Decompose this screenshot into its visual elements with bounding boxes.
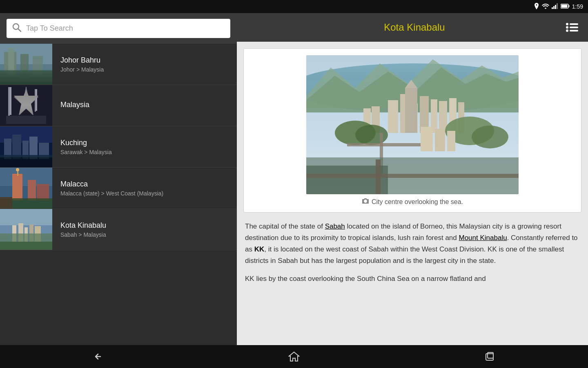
list-item-subtitle-malacca: Malacca (state) > West Coast (Malaysia) <box>60 190 229 197</box>
svg-rect-34 <box>12 174 22 200</box>
list-item-name-malacca: Malacca <box>60 180 229 188</box>
mount-kinabalu-link[interactable]: Mount Kinabalu <box>459 234 507 242</box>
status-time: 1:59 <box>572 3 583 10</box>
svg-rect-81 <box>447 131 455 151</box>
svg-point-36 <box>16 168 19 171</box>
svg-point-52 <box>566 26 568 29</box>
svg-rect-5 <box>568 5 569 7</box>
search-placeholder: Tap To Search <box>26 24 73 33</box>
svg-rect-33 <box>0 168 52 186</box>
description-paragraph-2: KK lies by the coast overlooking the Sou… <box>245 273 580 285</box>
svg-rect-20 <box>35 89 36 112</box>
list-item-name-kota: Kota Kinabalu <box>60 221 229 230</box>
list-item-name-kuching: Kuching <box>60 139 229 147</box>
svg-rect-12 <box>8 48 14 76</box>
svg-rect-42 <box>0 209 52 225</box>
svg-rect-18 <box>10 87 11 115</box>
search-icon <box>12 23 21 34</box>
thumbnail-johor-bahru <box>0 44 52 85</box>
svg-rect-53 <box>570 27 578 28</box>
menu-button[interactable] <box>566 22 578 32</box>
list-item-text-kota: Kota Kinabalu Sabah > Malaysia <box>52 221 237 238</box>
list-item-name-johor: Johor Bahru <box>60 56 229 65</box>
caption-text: City centre overlooking the sea. <box>372 198 463 206</box>
search-bar-container: Tap To Search <box>0 13 237 44</box>
right-panel: Kota Kinabalu <box>237 13 588 345</box>
right-header: Kota Kinabalu <box>237 13 588 42</box>
city-image <box>306 55 519 194</box>
list-item-text-malaysia: Malaysia <box>52 101 237 111</box>
list-item-subtitle-kota: Sabah > Malaysia <box>60 231 229 238</box>
list-item-subtitle-johor: Johor > Malaysia <box>60 66 229 73</box>
signal-icon <box>552 3 558 10</box>
recents-button[interactable] <box>474 348 506 365</box>
svg-rect-15 <box>0 70 52 85</box>
svg-rect-13 <box>20 54 29 76</box>
image-caption: City centre overlooking the sea. <box>250 198 575 206</box>
list-container[interactable]: Johor Bahru Johor > Malaysia <box>0 44 237 345</box>
list-item-text-kuching: Kuching Sarawak > Malaysia <box>52 139 237 155</box>
main-layout: Tap To Search <box>0 13 588 345</box>
svg-rect-51 <box>570 23 578 25</box>
svg-point-50 <box>566 23 568 25</box>
svg-rect-79 <box>421 127 433 151</box>
left-panel: Tap To Search <box>0 13 237 345</box>
back-button[interactable] <box>82 348 114 365</box>
svg-line-8 <box>18 29 21 31</box>
location-icon <box>534 3 539 11</box>
svg-point-54 <box>566 29 568 32</box>
list-item[interactable]: Johor Bahru Johor > Malaysia <box>0 44 237 85</box>
svg-rect-55 <box>570 30 578 31</box>
svg-rect-31 <box>0 155 52 157</box>
svg-rect-49 <box>0 242 52 250</box>
svg-rect-2 <box>555 5 556 9</box>
svg-point-76 <box>472 126 508 148</box>
wifi-icon <box>542 3 549 10</box>
list-item-text-johor: Johor Bahru Johor > Malaysia <box>52 56 237 73</box>
camera-icon <box>362 198 369 206</box>
list-item-subtitle-kuching: Sarawak > Malaysia <box>60 149 229 155</box>
svg-rect-21 <box>36 89 37 111</box>
thumbnail-kuching <box>0 126 52 167</box>
status-bar: 1:59 <box>0 0 588 13</box>
list-item-name-malaysia: Malaysia <box>60 101 229 109</box>
svg-rect-0 <box>552 7 553 9</box>
svg-rect-6 <box>561 4 567 7</box>
svg-rect-1 <box>553 6 555 9</box>
svg-rect-85 <box>306 174 519 178</box>
list-item[interactable]: Kota Kinabalu Sabah > Malaysia <box>0 209 237 250</box>
svg-rect-80 <box>435 129 445 151</box>
svg-rect-38 <box>37 184 49 200</box>
svg-rect-86 <box>486 354 493 360</box>
battery-icon <box>561 4 570 10</box>
svg-rect-22 <box>6 116 46 124</box>
sabah-link[interactable]: Sabah <box>325 222 345 230</box>
image-card: City centre overlooking the sea. <box>243 48 581 213</box>
svg-rect-17 <box>8 87 10 116</box>
content-area[interactable]: City centre overlooking the sea. The cap… <box>237 42 588 345</box>
list-item[interactable]: Malaysia <box>0 85 237 126</box>
search-bar[interactable]: Tap To Search <box>7 19 230 38</box>
svg-rect-37 <box>28 180 36 200</box>
kk-bold: KK <box>254 245 265 253</box>
svg-rect-14 <box>33 56 43 76</box>
svg-rect-61 <box>388 100 398 133</box>
page-title: Kota Kinabalu <box>384 22 445 33</box>
thumbnail-kota-kinabalu <box>0 209 52 250</box>
list-item[interactable]: Malacca Malacca (state) > West Coast (Ma… <box>0 168 237 209</box>
svg-rect-40 <box>0 197 12 209</box>
svg-rect-78 <box>347 143 429 146</box>
thumbnail-malaysia <box>0 85 52 126</box>
bottom-nav <box>0 345 588 368</box>
description: The capital of the state of Sabah locate… <box>243 221 581 285</box>
home-button[interactable] <box>278 348 310 365</box>
thumbnail-malacca <box>0 168 52 209</box>
status-icons: 1:59 <box>534 3 583 11</box>
description-paragraph-1: The capital of the state of Sabah locate… <box>245 221 580 267</box>
list-item[interactable]: Kuching Sarawak > Malaysia <box>0 126 237 168</box>
svg-rect-3 <box>557 3 558 9</box>
svg-rect-71 <box>405 88 417 133</box>
list-item-text-malacca: Malacca Malacca (state) > West Coast (Ma… <box>52 180 237 197</box>
